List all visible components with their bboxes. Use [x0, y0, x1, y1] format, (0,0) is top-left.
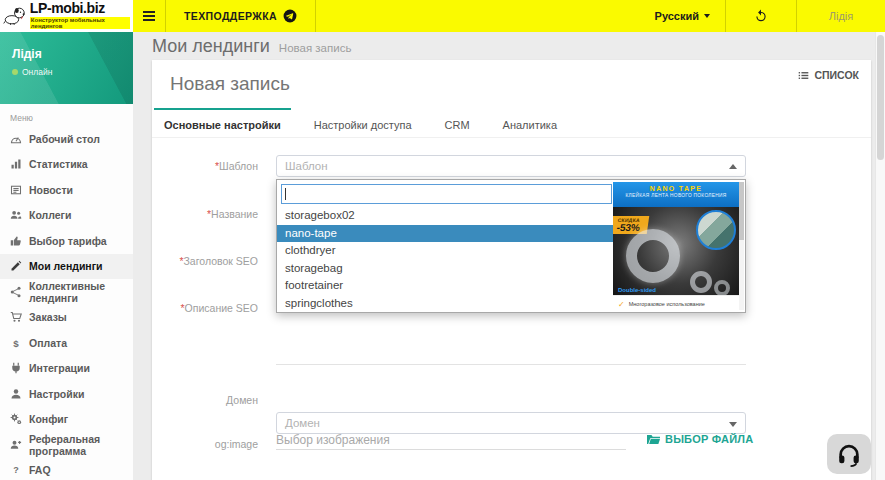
- refresh-button[interactable]: [725, 0, 797, 32]
- refresh-icon: [754, 9, 768, 23]
- sidebar-user-name: Лідія: [12, 47, 121, 61]
- tab-main-settings[interactable]: Основные настройки: [154, 108, 291, 137]
- seo-description-label: *Описание SEO: [152, 302, 258, 314]
- card-title: Новая запись: [170, 73, 290, 95]
- sidebar-item-dashboard[interactable]: Рабочий стол: [0, 126, 133, 152]
- preview-title: NANO TAPE: [613, 185, 739, 192]
- option-clothdryer[interactable]: clothdryer: [277, 242, 613, 260]
- tariff-icon: [10, 235, 22, 247]
- chevron-down-icon: [704, 14, 710, 18]
- og-image-input[interactable]: Выбор изображения: [276, 430, 626, 450]
- sidebar-item-colleagues[interactable]: Коллеги: [0, 203, 133, 229]
- name-label: *Название: [152, 208, 258, 220]
- seo-title-label: *Заголовок SEO: [152, 255, 258, 267]
- telegram-icon: [283, 9, 297, 23]
- template-preview: NANO TAPE КЛЕЙКАЯ ЛЕНТА НОВОГО ПОКОЛЕНИЯ…: [613, 182, 739, 312]
- dropdown-scrollbar-thumb[interactable]: [739, 182, 744, 240]
- headset-icon: [836, 442, 862, 467]
- sidebar-item-collective-landings[interactable]: Коллективные лендинги: [0, 279, 133, 305]
- colleagues-icon: [10, 209, 22, 221]
- topbar-username[interactable]: Лідія: [797, 0, 885, 32]
- og-image-label: og:image: [152, 438, 258, 450]
- sidebar: Лідія Онлайн Меню Рабочий стол Статистик…: [0, 32, 133, 480]
- template-dropdown: storagebox02 nano-tape clothdryer storag…: [276, 179, 746, 313]
- page-title: Мои лендинги: [152, 36, 270, 57]
- stats-icon: [10, 158, 22, 170]
- language-selector[interactable]: Русский: [640, 0, 725, 32]
- content-header: Мои лендинги Новая запись: [133, 32, 885, 60]
- new-record-card: СПИСОК Новая запись Основные настройки Н…: [152, 60, 871, 480]
- sidebar-toggle-button[interactable]: [133, 0, 166, 32]
- sidebar-item-referral[interactable]: Реферальная программа: [0, 432, 133, 458]
- sidebar-item-payment[interactable]: $ Оплата: [0, 330, 133, 356]
- sidebar-item-settings[interactable]: Настройки: [0, 381, 133, 407]
- option-storagebox02[interactable]: storagebox02: [277, 207, 613, 225]
- support-label: ТЕХПОДДЕРЖКА: [184, 10, 277, 22]
- language-label: Русский: [655, 10, 699, 22]
- tab-crm[interactable]: CRM: [435, 108, 480, 137]
- menu-section-label: Меню: [0, 104, 133, 126]
- list-button[interactable]: СПИСОК: [798, 69, 859, 81]
- tape-piece-graphic: [690, 271, 712, 293]
- sidebar-user-status: Онлайн: [12, 67, 121, 77]
- sidebar-item-tariff[interactable]: Выбор тарифа: [0, 228, 133, 254]
- share-icon: [10, 286, 22, 298]
- sidebar-item-orders[interactable]: Заказы: [0, 305, 133, 331]
- template-label: *Шаблон: [152, 160, 258, 172]
- svg-text:?: ?: [13, 466, 19, 476]
- sidebar-item-faq[interactable]: ? FAQ: [0, 458, 133, 480]
- preview-feature-row: ✓ Многоразовое использование: [613, 295, 739, 312]
- tab-bar: Основные настройки Настройки доступа CRM…: [152, 108, 871, 138]
- logo-title: LP-mobi.biz: [30, 1, 130, 15]
- sidebar-menu: Рабочий стол Статистика Новости Коллеги …: [0, 126, 133, 480]
- preview-product-image: СКИДКА -53% Double-sided: [613, 207, 739, 295]
- tab-access-settings[interactable]: Настройки доступа: [304, 108, 422, 137]
- payment-icon: $: [10, 337, 22, 349]
- list-icon: [798, 70, 809, 81]
- text-cursor: [285, 188, 286, 200]
- faq-icon: ?: [10, 464, 22, 476]
- sidebar-item-statistics[interactable]: Статистика: [0, 152, 133, 178]
- sidebar-item-my-landings[interactable]: Мои лендинги: [0, 254, 133, 280]
- chevron-down-icon: [729, 422, 737, 427]
- support-button[interactable]: ТЕХПОДДЕРЖКА: [166, 0, 316, 32]
- svg-text:$: $: [13, 338, 19, 349]
- settings-icon: [10, 388, 22, 400]
- option-storagebag[interactable]: storagebag: [277, 260, 613, 278]
- sidebar-item-config[interactable]: Конфиг: [0, 407, 133, 433]
- dog-logo-icon: [3, 5, 27, 27]
- page-scrollbar-thumb[interactable]: [877, 35, 884, 160]
- chevron-up-icon: [729, 164, 737, 169]
- page-subtitle: Новая запись: [279, 42, 352, 54]
- option-springclothes[interactable]: springclothes: [277, 295, 613, 313]
- dropdown-scrollbar[interactable]: [739, 182, 744, 310]
- template-select[interactable]: Шаблон: [276, 155, 746, 177]
- option-nano-tape[interactable]: nano-tape: [277, 225, 613, 243]
- logo-subtitle: Конструктор мобильных лендингов: [30, 17, 130, 29]
- hamburger-icon: [143, 9, 155, 23]
- check-icon: ✓: [618, 300, 625, 309]
- domain-label: Домен: [152, 394, 258, 406]
- topbar: LP-mobi.biz Конструктор мобильных лендин…: [0, 0, 885, 32]
- page-scrollbar[interactable]: [875, 32, 885, 480]
- sidebar-user-panel: Лідія Онлайн: [0, 32, 133, 104]
- orders-icon: [10, 311, 22, 323]
- tab-analytics[interactable]: Аналитика: [493, 108, 567, 137]
- preview-header: NANO TAPE КЛЕЙКАЯ ЛЕНТА НОВОГО ПОКОЛЕНИЯ: [613, 182, 739, 207]
- preview-subtitle: КЛЕЙКАЯ ЛЕНТА НОВОГО ПОКОЛЕНИЯ: [613, 193, 739, 198]
- topbar-spacer: [316, 0, 640, 32]
- dropdown-search-input[interactable]: [281, 184, 612, 204]
- choose-file-button[interactable]: ВЫБОР ФАЙЛА: [647, 433, 753, 445]
- option-footretainer[interactable]: footretainer: [277, 277, 613, 295]
- tape-roll-graphic: [626, 229, 680, 283]
- sidebar-item-integrations[interactable]: Интеграции: [0, 356, 133, 382]
- tape-piece-graphic: [714, 280, 730, 295]
- sidebar-item-news[interactable]: Новости: [0, 177, 133, 203]
- folder-icon: [647, 434, 660, 445]
- support-chat-widget[interactable]: [827, 434, 871, 474]
- online-dot-icon: [12, 69, 18, 75]
- referral-icon: [10, 439, 22, 451]
- dashboard-icon: [10, 133, 22, 145]
- logo[interactable]: LP-mobi.biz Конструктор мобильных лендин…: [0, 0, 133, 32]
- dropdown-options: storagebox02 nano-tape clothdryer storag…: [277, 207, 613, 313]
